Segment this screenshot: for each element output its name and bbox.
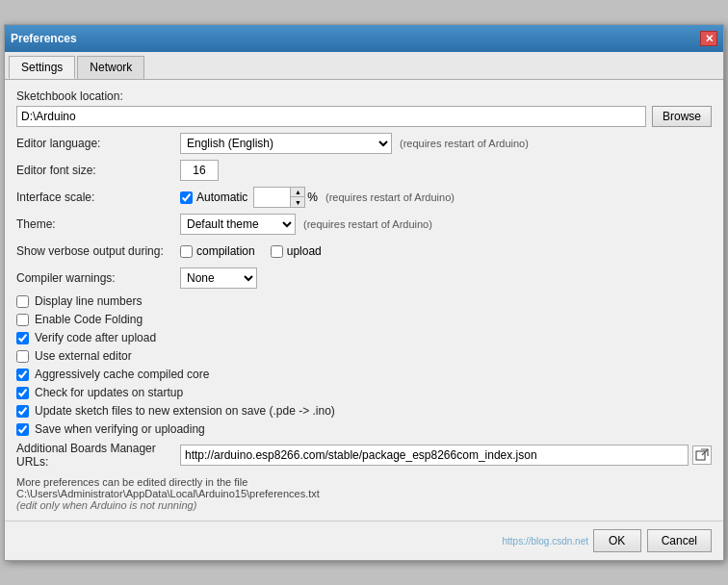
verbose-options: compilation upload [180, 244, 337, 258]
checkbox-label-0: Display line numbers [35, 294, 142, 308]
ok-button[interactable]: OK [593, 529, 641, 552]
checkbox-label-6: Update sketch files to new extension on … [35, 404, 335, 418]
theme-row: Theme: Default theme (requires restart o… [16, 214, 712, 235]
info-section: More preferences can be edited directly … [16, 476, 712, 511]
checkbox-label-2: Verify code after upload [35, 331, 156, 344]
auto-label: Automatic [196, 191, 247, 204]
checkbox-row-1: Enable Code Folding [16, 313, 712, 326]
checkbox-row-6: Update sketch files to new extension on … [16, 404, 712, 418]
editor-language-label: Editor language: [16, 137, 180, 150]
scale-spinner: ▲ ▼ [290, 187, 305, 208]
theme-select[interactable]: Default theme [180, 214, 296, 235]
editor-font-size-label: Editor font size: [16, 164, 180, 177]
checkbox-row-3: Use external editor [16, 349, 712, 363]
bottom-bar: https://blog.csdn.net OK Cancel [5, 521, 723, 560]
checkbox-7[interactable] [16, 423, 29, 436]
boards-manager-label: Additional Boards Manager URLs: [16, 442, 180, 469]
editor-font-size-input[interactable] [180, 160, 219, 181]
compiler-warnings-label: Compiler warnings: [16, 271, 180, 285]
svg-rect-0 [696, 451, 705, 460]
titlebar: Preferences ✕ [5, 25, 723, 52]
checkbox-5[interactable] [16, 387, 29, 399]
external-link-icon [695, 448, 709, 462]
verbose-label: Show verbose output during: [16, 244, 180, 258]
preferences-window: Preferences ✕ Settings Network Sketchboo… [4, 24, 724, 561]
tabs-bar: Settings Network [5, 52, 723, 80]
window-title: Preferences [11, 32, 77, 45]
upload-checkbox[interactable] [271, 245, 283, 258]
checkbox-row-2: Verify code after upload [16, 331, 712, 344]
scale-up-arrow[interactable]: ▲ [291, 188, 304, 197]
theme-note: (requires restart of Arduino) [303, 218, 432, 230]
boards-manager-row: Additional Boards Manager URLs: [16, 442, 712, 469]
sketchbook-input[interactable] [16, 106, 646, 127]
watermark: https://blog.csdn.net [502, 536, 588, 547]
checkbox-label-7: Save when verifying or uploading [35, 422, 205, 436]
checkbox-3[interactable] [16, 350, 29, 363]
browse-button[interactable]: Browse [652, 106, 712, 127]
editor-language-note: (requires restart of Arduino) [400, 138, 529, 149]
checkbox-6[interactable] [16, 405, 29, 418]
compiler-warnings-row: Compiler warnings: None Default More All [16, 267, 712, 289]
checkbox-label-5: Check for updates on startup [35, 386, 183, 399]
checkbox-2[interactable] [16, 332, 29, 344]
cancel-button[interactable]: Cancel [647, 529, 712, 552]
tab-network[interactable]: Network [77, 56, 144, 79]
interface-scale-row: Interface scale: Automatic 100 ▲ ▼ % (re… [16, 187, 712, 208]
scale-note: (requires restart of Arduino) [325, 191, 455, 203]
close-button[interactable]: ✕ [700, 31, 717, 46]
checkbox-label-4: Aggressively cache compiled core [35, 368, 209, 381]
scale-down-arrow[interactable]: ▼ [291, 197, 304, 207]
theme-label: Theme: [16, 217, 180, 231]
boards-manager-input[interactable] [180, 445, 689, 466]
editor-language-row: Editor language: English (English) (requ… [16, 133, 712, 154]
checkbox-row-5: Check for updates on startup [16, 386, 712, 399]
info-line-2: (edit only when Arduino is not running) [16, 499, 712, 511]
auto-check-wrap: Automatic [180, 191, 247, 204]
boards-manager-icon[interactable] [692, 445, 712, 465]
checkbox-label-3: Use external editor [35, 349, 132, 363]
checkbox-1[interactable] [16, 314, 29, 326]
editor-language-select[interactable]: English (English) [180, 133, 392, 154]
checkbox-row-0: Display line numbers [16, 294, 712, 308]
checkbox-4[interactable] [16, 369, 29, 381]
info-line-0: More preferences can be edited directly … [16, 476, 712, 488]
settings-content: Sketchbook location: Browse Editor langu… [5, 80, 723, 521]
verbose-row: Show verbose output during: compilation … [16, 241, 712, 262]
checkbox-row-7: Save when verifying or uploading [16, 422, 712, 436]
editor-font-size-row: Editor font size: [16, 160, 712, 181]
info-line-1: C:\Users\Administrator\AppData\Local\Ard… [16, 488, 712, 499]
checkboxes-section: Display line numbers Enable Code Folding… [16, 294, 712, 436]
compilation-checkbox[interactable] [180, 245, 193, 258]
compiler-warnings-select[interactable]: None Default More All [180, 267, 257, 289]
checkbox-row-4: Aggressively cache compiled core [16, 368, 712, 381]
scale-unit: % [307, 191, 318, 204]
checkbox-0[interactable] [16, 295, 29, 308]
upload-check-label: upload [271, 244, 322, 258]
compilation-check-label: compilation [180, 244, 255, 258]
checkbox-label-1: Enable Code Folding [35, 313, 143, 326]
scale-input[interactable]: 100 [253, 187, 290, 208]
sketchbook-label: Sketchbook location: [16, 89, 712, 103]
auto-checkbox[interactable] [180, 191, 193, 204]
tab-settings[interactable]: Settings [9, 56, 75, 79]
interface-scale-label: Interface scale: [16, 191, 180, 204]
